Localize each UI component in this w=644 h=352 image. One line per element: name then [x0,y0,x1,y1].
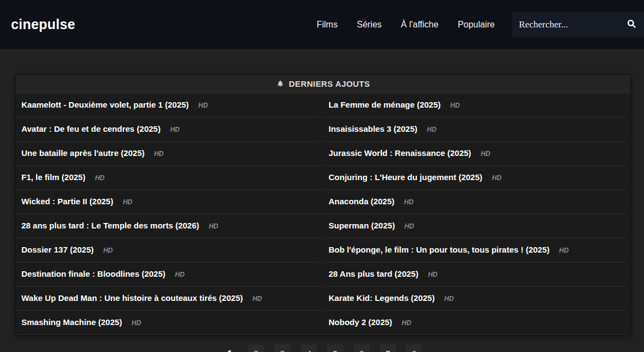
nav-link[interactable]: Populaire [457,20,495,30]
movie-quality-badge: HD [95,174,104,182]
movie-title-link[interactable]: Anaconda (2025) [329,197,394,206]
latest-additions-panel: DERNIERS AJOUTS Kaamelott - Deuxième vol… [16,75,630,335]
movie-row[interactable]: Wake Up Dead Man : Une histoire à coutea… [16,287,319,311]
movie-row[interactable]: Conjuring : L'Heure du jugement (2025) H… [323,166,626,190]
movie-quality-badge: HD [428,271,437,278]
movie-title-link[interactable]: Karate Kid: Legends (2025) [329,293,434,303]
movie-row[interactable]: Kaamelott - Deuxième volet, partie 1 (20… [16,93,319,118]
movie-quality-badge: HD [170,126,179,133]
nav-link[interactable]: Films [317,20,337,30]
page-link[interactable]: 5 [327,344,343,352]
movie-quality-badge: HD [450,102,460,109]
movie-row[interactable]: Superman (2025) HD [323,214,626,238]
movie-title-link[interactable]: Dossier 137 (2025) [21,245,94,254]
movie-title-link[interactable]: Avatar : De feu et de cendres (2025) [21,124,161,133]
movie-quality-badge: HD [103,247,112,254]
movie-title-link[interactable]: Jurassic World : Renaissance (2025) [329,148,471,158]
pagination: 1 2 3 4 5 6 7 8 [0,344,644,352]
movie-row[interactable]: Dossier 137 (2025) HD [16,238,319,262]
movie-quality-badge: HD [444,295,454,303]
latest-movies-list: Kaamelott - Deuxième volet, partie 1 (20… [16,93,630,335]
movie-title-link[interactable]: Conjuring : L'Heure du jugement (2025) [329,172,482,182]
page-link[interactable]: 1 [222,344,238,352]
page-link[interactable]: 2 [248,344,264,352]
movie-row[interactable]: 28 ans plus tard : Le Temple des morts (… [16,214,319,238]
panel-title: DERNIERS AJOUTS [289,79,370,88]
movie-row[interactable]: Destination finale : Bloodlines (2025) H… [16,262,319,287]
movie-title-link[interactable]: Wake Up Dead Man : Une histoire à coutea… [21,293,243,303]
panel-header: DERNIERS AJOUTS [16,75,630,93]
movie-row[interactable]: Insaisissables 3 (2025) HD [323,118,626,142]
movie-row[interactable]: La Femme de ménage (2025) HD [323,93,626,118]
movie-row[interactable]: Smashing Machine (2025) HD [16,311,319,335]
movie-title-link[interactable]: 28 ans plus tard : Le Temple des morts (… [21,221,199,230]
movie-title-link[interactable]: Superman (2025) [329,221,395,230]
movie-title-link[interactable]: Smashing Machine (2025) [21,317,122,327]
search-box [512,12,644,37]
movie-title-link[interactable]: La Femme de ménage (2025) [329,100,440,109]
movie-title-link[interactable]: Destination finale : Bloodlines (2025) [21,269,166,278]
movie-title-link[interactable]: Bob l'éponge, le film : Un pour tous, to… [329,245,550,254]
page-link[interactable]: 4 [301,344,317,352]
movie-quality-badge: HD [404,198,414,206]
movie-quality-badge: HD [199,102,208,109]
movie-row[interactable]: Wicked : Partie II (2025) HD [16,190,319,214]
page-link[interactable]: 8 [406,344,422,352]
movie-quality-badge: HD [132,319,141,327]
movie-row[interactable]: Une bataille après l'autre (2025) HD [16,142,319,166]
movie-row[interactable]: 28 Ans plus tard (2025) HD [323,262,626,287]
movie-title-link[interactable]: F1, le film (2025) [21,172,86,182]
page-link[interactable]: 7 [380,344,396,352]
movie-quality-badge: HD [208,222,218,230]
movie-title-link[interactable]: Nobody 2 (2025) [329,317,392,327]
movie-row[interactable]: F1, le film (2025) HD [16,166,319,190]
movie-quality-badge: HD [404,222,414,230]
site-header: cinepulse Films Séries À l'affiche Popul… [0,0,644,49]
main-nav: Films Séries À l'affiche Populaire [317,20,495,30]
page-link[interactable]: 6 [353,344,370,352]
movie-quality-badge: HD [427,126,436,133]
page-link[interactable]: 3 [274,344,291,352]
movie-title-link[interactable]: 28 Ans plus tard (2025) [329,269,419,278]
movie-quality-badge: HD [252,295,262,303]
search-input[interactable] [519,19,626,30]
movie-quality-badge: HD [154,150,163,158]
movie-row[interactable]: Avatar : De feu et de cendres (2025) HD [16,118,319,142]
search-icon [626,19,636,30]
movie-row[interactable]: Anaconda (2025) HD [323,190,626,214]
bell-icon [276,80,284,88]
nav-link[interactable]: Séries [357,20,381,30]
brand-logo[interactable]: cinepulse [11,16,75,32]
movie-title-link[interactable]: Une bataille après l'autre (2025) [21,148,145,158]
movie-quality-badge: HD [175,271,184,278]
movie-quality-badge: HD [559,247,568,254]
nav-link[interactable]: À l'affiche [401,20,439,30]
movie-quality-badge: HD [481,150,490,158]
movie-title-link[interactable]: Wicked : Partie II (2025) [21,197,113,206]
movie-title-link[interactable]: Kaamelott - Deuxième volet, partie 1 (20… [21,100,189,109]
main-content: DERNIERS AJOUTS Kaamelott - Deuxième vol… [0,75,644,352]
movie-row[interactable]: Bob l'éponge, le film : Un pour tous, to… [323,238,626,262]
movie-row[interactable]: Nobody 2 (2025) HD [323,311,626,335]
movie-title-link[interactable]: Insaisissables 3 (2025) [329,124,417,133]
movie-quality-badge: HD [123,198,132,206]
movie-quality-badge: HD [492,174,501,182]
movie-row[interactable]: Karate Kid: Legends (2025) HD [323,287,626,311]
movie-quality-badge: HD [402,319,411,327]
search-button[interactable] [626,19,636,30]
movie-row[interactable]: Jurassic World : Renaissance (2025) HD [323,142,626,166]
